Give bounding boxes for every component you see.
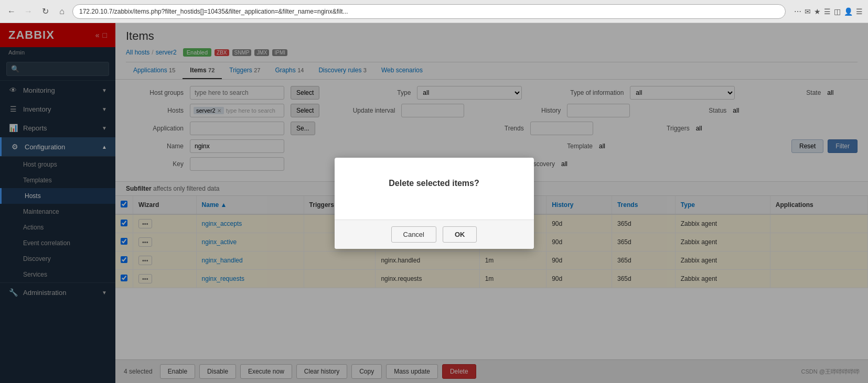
- modal-body: Delete selected items?: [335, 158, 534, 220]
- library-icon[interactable]: ☰: [824, 7, 831, 16]
- back-button[interactable]: ←: [5, 5, 18, 18]
- home-button[interactable]: ⌂: [56, 5, 68, 18]
- browser-actions: ⋯ ✉ ★ ☰ ◫ 👤 ☰: [794, 7, 863, 16]
- account-icon[interactable]: 👤: [844, 7, 853, 16]
- reload-button[interactable]: ↻: [39, 5, 51, 18]
- menu-icon[interactable]: ☰: [856, 7, 863, 16]
- modal-ok-button[interactable]: OK: [443, 226, 477, 243]
- more-icon[interactable]: ⋯: [794, 7, 801, 16]
- modal-cancel-button[interactable]: Cancel: [391, 226, 436, 243]
- reader-icon[interactable]: ◫: [834, 7, 841, 16]
- address-bar[interactable]: [72, 4, 786, 19]
- confirm-dialog: Delete selected items? Cancel OK: [335, 158, 534, 249]
- bookmark-icon[interactable]: ✉: [805, 7, 811, 16]
- modal-footer: Cancel OK: [335, 220, 534, 249]
- star-icon[interactable]: ★: [814, 7, 821, 16]
- forward-button[interactable]: →: [22, 5, 35, 18]
- modal-overlay: Delete selected items? Cancel OK: [0, 23, 868, 383]
- modal-question: Delete selected items?: [350, 179, 518, 188]
- browser-chrome: ← → ↻ ⌂ ⋯ ✉ ★ ☰ ◫ 👤 ☰: [0, 0, 868, 23]
